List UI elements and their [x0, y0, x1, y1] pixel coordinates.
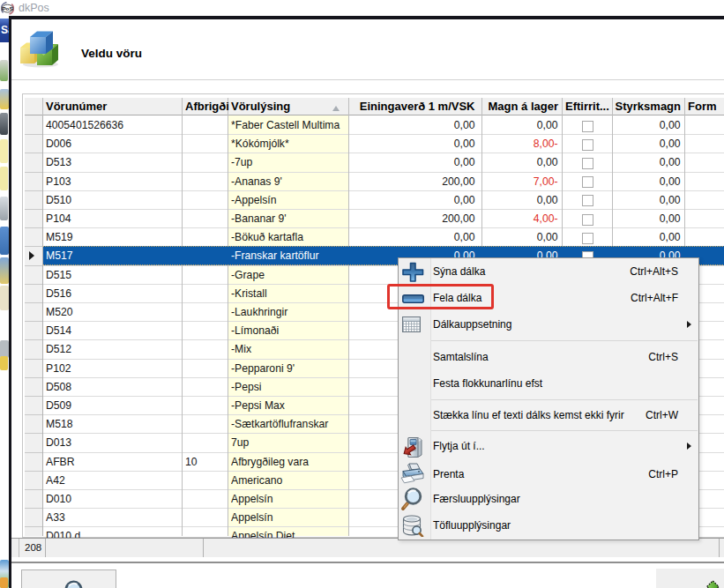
svg-text:PoS: PoS [2, 5, 12, 11]
